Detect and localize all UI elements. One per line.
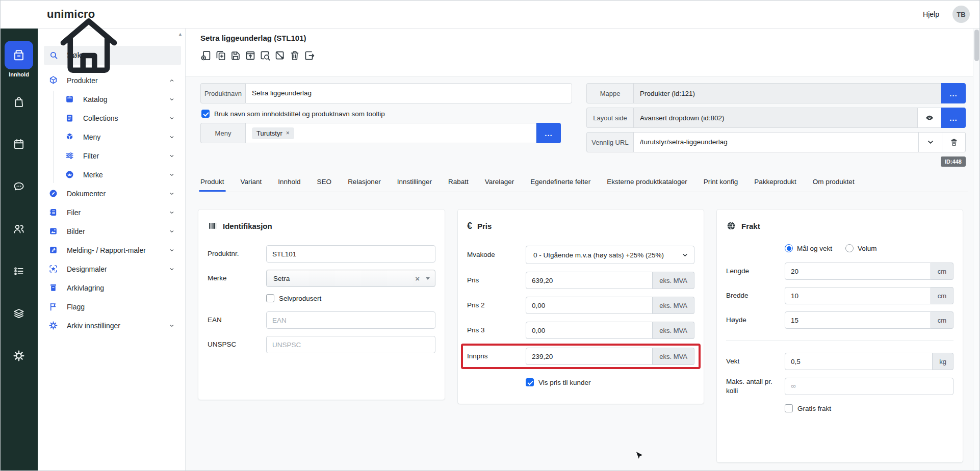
pris2-input[interactable] xyxy=(526,297,653,314)
chevron-down-icon[interactable] xyxy=(169,266,175,272)
chevron-down-icon[interactable] xyxy=(169,115,175,121)
chat-icon xyxy=(12,180,25,193)
url-delete-button[interactable] xyxy=(942,132,966,152)
produktnr-input[interactable] xyxy=(266,245,435,263)
rail-item-checklist[interactable] xyxy=(12,265,25,278)
nav-scroll-up-icon[interactable]: ▲ xyxy=(178,32,183,37)
scrollbar-thumb[interactable] xyxy=(974,30,979,61)
chevron-down-icon[interactable] xyxy=(169,210,175,216)
edit-square-icon xyxy=(48,245,58,255)
maks-antall-input[interactable] xyxy=(785,378,953,395)
help-link[interactable]: Hjelp xyxy=(923,10,939,18)
rail-item-settings[interactable] xyxy=(12,349,25,362)
url-dropdown-button[interactable] xyxy=(919,132,942,152)
app-logo: unimicro xyxy=(47,8,95,21)
vennlig-url-input[interactable] xyxy=(633,132,919,152)
bredde-input[interactable] xyxy=(785,287,931,304)
tab-pakkeprodukt[interactable]: Pakkeprodukt xyxy=(754,178,796,186)
pris3-input[interactable] xyxy=(526,322,653,339)
sidebar-item-dokumenter[interactable]: Dokumenter xyxy=(38,184,185,203)
sidebar-item-arkiv-innstillinger[interactable]: Arkiv innstillinger xyxy=(38,316,185,335)
chevron-down-icon[interactable] xyxy=(169,96,175,102)
layout-side-value[interactable]: Avansert dropdown (id:802) xyxy=(633,108,918,128)
tab-print-konfig[interactable]: Print konfig xyxy=(704,178,738,186)
innpris-input[interactable] xyxy=(526,348,653,365)
volum-radio[interactable] xyxy=(845,244,854,252)
mappe-value[interactable]: Produkter (id:121) xyxy=(633,83,941,103)
produktnavn-input[interactable] xyxy=(245,83,572,103)
settings-icon xyxy=(12,349,25,362)
meny-more-button[interactable]: ... xyxy=(536,123,561,143)
layout-preview-button[interactable] xyxy=(918,108,941,128)
preview-button[interactable] xyxy=(259,49,272,62)
mappe-more-button[interactable]: ... xyxy=(941,83,966,103)
layout-more-button[interactable]: ... xyxy=(941,108,966,128)
tab-om-produktet[interactable]: Om produktet xyxy=(813,178,855,186)
sidebar-item-filer[interactable]: Filer xyxy=(38,203,185,222)
chevron-down-icon[interactable] xyxy=(169,228,175,234)
hoyde-input[interactable] xyxy=(785,311,931,329)
sidebar-item-flagg[interactable]: Flagg xyxy=(38,297,185,316)
sidebar-item-katalog[interactable]: Katalog xyxy=(38,90,185,109)
rail-item-layers[interactable] xyxy=(12,307,25,320)
sidebar-item-collections[interactable]: Collections xyxy=(38,109,185,127)
sidebar-item-arkivlagring[interactable]: Arkivlagring xyxy=(38,278,185,297)
chevron-down-icon[interactable] xyxy=(169,191,175,197)
export-button[interactable] xyxy=(303,49,316,62)
save-button[interactable] xyxy=(229,49,242,62)
chevron-down-icon[interactable] xyxy=(169,134,175,140)
sidebar-item-filter[interactable]: Filter xyxy=(38,146,185,165)
chevron-up-icon[interactable] xyxy=(169,77,175,84)
tab-eksterne-produktkataloger[interactable]: Eksterne produktkataloger xyxy=(607,178,687,186)
euro-icon: € xyxy=(467,221,472,231)
vekt-input[interactable] xyxy=(785,353,933,370)
chevron-down-icon[interactable] xyxy=(169,323,175,329)
tab-relasjoner[interactable]: Relasjoner xyxy=(348,178,381,186)
rail-item-chat[interactable] xyxy=(12,180,25,193)
unspsc-input[interactable] xyxy=(266,336,435,353)
merke-select[interactable]: Setra × xyxy=(266,270,435,287)
maal-og-vekt-radio[interactable] xyxy=(785,244,793,252)
gratis-frakt-checkbox[interactable] xyxy=(785,404,793,412)
mvakode-label: Mvakode xyxy=(467,250,526,259)
user-avatar[interactable]: TB xyxy=(952,6,970,23)
name-tooltip-checkbox[interactable] xyxy=(201,110,210,118)
chevron-down-icon[interactable] xyxy=(169,172,175,178)
pris3-label: Pris 3 xyxy=(467,326,526,335)
unpublish-button[interactable] xyxy=(273,49,287,62)
clear-selection-icon[interactable]: × xyxy=(415,274,420,283)
mvakode-select[interactable]: 0 - Utgående m.v.a (høy sats) +25% (25%) xyxy=(526,246,694,264)
selvprodusert-checkbox[interactable] xyxy=(266,294,274,302)
publish-button[interactable] xyxy=(244,49,257,62)
rail-item-calendar[interactable] xyxy=(12,138,25,151)
delete-button[interactable] xyxy=(288,49,301,62)
page-scrollbar[interactable] xyxy=(973,29,980,471)
rail-item-users[interactable] xyxy=(12,222,25,236)
tab-rabatt[interactable]: Rabatt xyxy=(448,178,469,186)
tab-innhold[interactable]: Innhold xyxy=(278,178,300,186)
rail-item-shopping-bag[interactable] xyxy=(12,95,25,109)
chevron-down-icon[interactable] xyxy=(169,247,175,253)
sidebar-item-meny[interactable]: Meny xyxy=(38,127,185,146)
sidebar-item-bilder[interactable]: Bilder xyxy=(38,222,185,241)
save-icon xyxy=(229,49,242,62)
pris-input[interactable] xyxy=(526,272,653,289)
sidebar-item-merke[interactable]: Merke xyxy=(38,165,185,184)
lengde-input[interactable] xyxy=(785,263,931,280)
vis-pris-checkbox[interactable] xyxy=(526,378,534,386)
tab-produkt[interactable]: Produkt xyxy=(200,178,224,186)
tab-innstillinger[interactable]: Innstillinger xyxy=(397,178,432,186)
home-button[interactable] xyxy=(12,7,27,21)
remove-tag-icon[interactable]: × xyxy=(286,129,290,137)
tab-seo[interactable]: SEO xyxy=(317,178,332,186)
sidebar-item-melding-rapport-maler[interactable]: Melding- / Rapport-maler xyxy=(38,241,185,259)
sidebar-item-designmaler[interactable]: Designmaler xyxy=(38,259,185,278)
meny-tags-field[interactable]: Turutstyr × xyxy=(245,123,536,143)
new-document-button[interactable] xyxy=(199,49,213,62)
ean-input[interactable] xyxy=(266,311,435,329)
chevron-down-icon[interactable] xyxy=(169,153,175,159)
duplicate-button[interactable] xyxy=(214,49,227,62)
tab-varelager[interactable]: Varelager xyxy=(485,178,514,186)
tab-egendefinerte-felter[interactable]: Egendefinerte felter xyxy=(530,178,590,186)
tab-variant[interactable]: Variant xyxy=(241,178,262,186)
